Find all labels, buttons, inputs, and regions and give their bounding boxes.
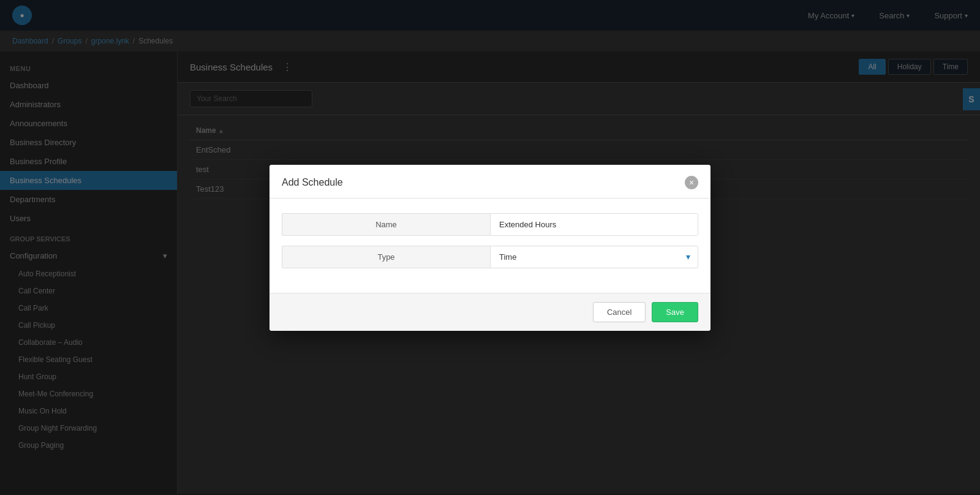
modal-close-button[interactable]: ×	[685, 176, 698, 189]
name-input-cell	[490, 213, 698, 236]
type-label: Type	[282, 246, 490, 268]
modal-overlay: Add Schedule × Name Type Time Holiday ▾	[0, 0, 980, 495]
add-schedule-modal: Add Schedule × Name Type Time Holiday ▾	[270, 165, 710, 331]
name-input[interactable]	[491, 214, 698, 235]
modal-footer: Cancel Save	[270, 293, 710, 331]
cancel-button[interactable]: Cancel	[593, 302, 646, 322]
modal-header: Add Schedule ×	[270, 165, 710, 198]
save-button[interactable]: Save	[652, 302, 698, 322]
name-form-row: Name	[282, 213, 698, 236]
type-form-row: Type Time Holiday ▾	[282, 246, 698, 268]
modal-title: Add Schedule	[282, 177, 343, 188]
type-select-cell: Time Holiday ▾	[490, 246, 698, 268]
type-select[interactable]: Time Holiday	[497, 246, 692, 268]
name-label: Name	[282, 213, 490, 236]
modal-body: Name Type Time Holiday ▾	[270, 198, 710, 293]
